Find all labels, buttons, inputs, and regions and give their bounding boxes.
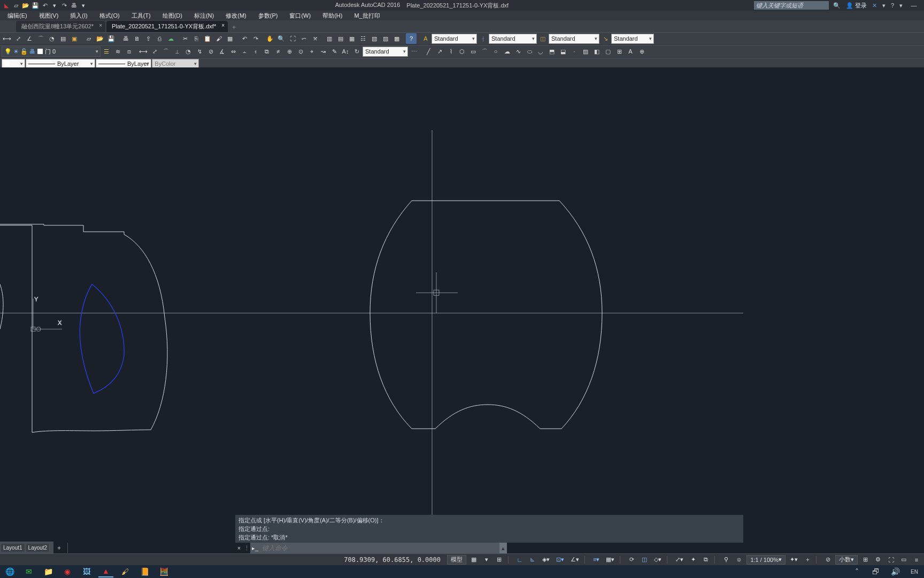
menu-insert[interactable]: 插入(I) <box>66 11 91 20</box>
polar-icon[interactable]: ⊾ <box>527 555 538 565</box>
zoom-prev-icon[interactable]: ⤺ <box>298 33 309 44</box>
menu-format[interactable]: 格式(O) <box>95 11 124 20</box>
dim-jog-icon[interactable]: ↯ <box>194 46 205 57</box>
osnap-icon[interactable]: ⊡▾ <box>554 555 566 565</box>
redo-icon[interactable]: ↷ <box>250 33 261 44</box>
calc-icon[interactable]: 🧮 <box>156 566 171 577</box>
dim-angle-icon[interactable]: ∡ <box>217 46 227 57</box>
3dosnap-icon[interactable]: ◫ <box>639 555 650 565</box>
autocad-icon[interactable]: ▲ <box>98 566 113 577</box>
dim-jogline-icon[interactable]: ↝ <box>318 46 328 57</box>
online-icon[interactable]: ☁ <box>165 33 176 44</box>
edge-icon[interactable]: 🌐 <box>2 566 17 577</box>
cmd-recent-icon[interactable]: ▴ <box>499 543 507 553</box>
units-combo[interactable]: 小数 ▾ <box>835 555 858 565</box>
menu-window[interactable]: 窗口(W) <box>285 11 315 20</box>
layout3-icon[interactable]: ▩ <box>391 33 402 44</box>
slides-icon[interactable]: 📙 <box>137 566 152 577</box>
save-icon[interactable]: 💾 <box>31 1 40 10</box>
save-icon[interactable]: 💾 <box>106 33 117 44</box>
region-icon[interactable]: ▢ <box>603 46 613 57</box>
annovis-icon[interactable]: ⛭ <box>734 555 744 565</box>
viewer-icon[interactable]: 🖼 <box>79 566 94 577</box>
qat-more-icon[interactable]: ▾ <box>79 1 88 10</box>
hw-icon[interactable]: ⚙ <box>873 555 883 565</box>
custom-icon[interactable]: ≡ <box>911 555 922 565</box>
command-input[interactable] <box>260 544 499 552</box>
transparency-icon[interactable]: ▦▾ <box>604 555 617 565</box>
zoom-extents-icon[interactable]: ⤧ <box>310 33 320 44</box>
dim-textedit-icon[interactable]: A↕ <box>340 46 351 57</box>
redo-dropdown-icon[interactable]: ▾ <box>50 1 59 10</box>
inspect-icon[interactable]: ⌖ <box>306 46 317 57</box>
matchprop-icon[interactable]: 🖌 <box>213 33 224 44</box>
login-link[interactable]: 👤 登录 <box>846 2 867 10</box>
explorer-icon[interactable]: 📁 <box>41 566 56 577</box>
dim-aligned-icon[interactable]: ⤢ <box>13 33 24 44</box>
point-icon[interactable]: · <box>569 46 580 57</box>
dimstyle-combo[interactable]: Standard <box>489 34 537 44</box>
dim-baseline-icon[interactable]: ⫠ <box>239 46 250 57</box>
3dprint-icon[interactable]: ⎙ <box>154 33 165 44</box>
tray-up-icon[interactable]: ˄ <box>849 566 864 577</box>
menu-help[interactable]: 帮助(H) <box>318 11 346 20</box>
paint-icon[interactable]: 🖌 <box>118 566 133 577</box>
sheet-icon[interactable]: ☷ <box>358 33 368 44</box>
drawing-canvas[interactable]: Y X <box>0 67 743 578</box>
layer-iso-icon[interactable]: ▤ <box>58 33 68 44</box>
pline-icon[interactable]: ⌇ <box>445 46 456 57</box>
snap-icon[interactable]: ⊞ <box>494 555 505 565</box>
gizmo-icon[interactable]: ✦ <box>688 555 698 565</box>
a360-icon[interactable]: ▾ <box>882 2 886 9</box>
minimize-button[interactable]: — <box>908 2 920 9</box>
layeriso-icon[interactable]: ⧈ <box>124 46 134 57</box>
tray-ime-icon[interactable]: EN <box>907 566 922 577</box>
grid-icon[interactable]: ▦ <box>468 555 479 565</box>
grid-dropdown-icon[interactable]: ▾ <box>481 555 492 565</box>
dim-space-icon[interactable]: ⧉ <box>261 46 272 57</box>
open-icon[interactable]: 📂 <box>95 33 105 44</box>
dim-continue-icon[interactable]: ⫞ <box>250 46 261 57</box>
doc-tab-2[interactable]: Plate_20220521_171251-0-YX背板.dxf*× <box>106 21 228 32</box>
cycle-icon[interactable]: ⟳ <box>626 555 637 565</box>
menu-dim[interactable]: 标注(N) <box>190 11 218 20</box>
layerprev-icon[interactable]: ≋ <box>112 46 123 57</box>
new-icon[interactable]: ▱ <box>12 1 20 10</box>
ws-icon[interactable]: ✦▾ <box>788 555 800 565</box>
dim-arc2-icon[interactable]: ⌒ <box>160 46 171 57</box>
dim-aligned2-icon[interactable]: ⤢ <box>149 46 160 57</box>
dim-more-icon[interactable]: ⋯ <box>409 46 419 57</box>
centermark-icon[interactable]: ⊙ <box>295 46 306 57</box>
ellipse-icon[interactable]: ⬭ <box>524 46 535 57</box>
zoom-icon[interactable]: 🔍 <box>276 33 287 44</box>
wechat-icon[interactable]: ✉ <box>21 566 36 577</box>
layout2-icon[interactable]: ▨ <box>380 33 391 44</box>
menu-draw[interactable]: 绘图(D) <box>158 11 187 20</box>
cmd-close-icon[interactable]: × <box>235 545 243 551</box>
dim-diameter-icon[interactable]: ⊘ <box>205 46 216 57</box>
infocenter-icon[interactable]: 🔍 <box>833 2 841 9</box>
dim-edit-icon[interactable]: ✎ <box>329 46 340 57</box>
ortho-icon[interactable]: ∟ <box>514 555 525 565</box>
sel-filter-icon[interactable]: ⤢▾ <box>673 555 686 565</box>
tablestyle-combo[interactable]: Standard <box>549 34 599 44</box>
qp-icon[interactable]: ⧉ <box>700 555 711 565</box>
menu-modify[interactable]: 修改(M) <box>221 11 251 20</box>
scale-combo[interactable]: 1:1 / 100% ▾ <box>746 555 786 565</box>
add-tab-button[interactable]: ＋ <box>229 23 238 32</box>
textstyle-icon[interactable]: A <box>420 33 431 44</box>
red-app-icon[interactable]: ◉ <box>60 566 75 577</box>
addselected-icon[interactable]: ⊕ <box>636 46 647 57</box>
tray-vol-icon[interactable]: 🔊 <box>888 566 903 577</box>
redo-icon[interactable]: ↷ <box>60 1 68 10</box>
annoscale-icon[interactable]: ⚲ <box>721 555 732 565</box>
pan-icon[interactable]: ✋ <box>265 33 275 44</box>
revcloud-icon[interactable]: ☁ <box>502 46 512 57</box>
viewport-icon[interactable]: ▥ <box>324 33 335 44</box>
help-search[interactable]: 键入关键字或短语 <box>754 1 829 10</box>
table-icon[interactable]: ⊞ <box>614 46 625 57</box>
textstyle-combo[interactable]: Standard <box>432 34 477 44</box>
cmd-handle-icon[interactable]: ⋮ <box>243 545 250 552</box>
block-icon[interactable]: ▦ <box>225 33 235 44</box>
qv-icon[interactable]: ⊞ <box>860 555 871 565</box>
